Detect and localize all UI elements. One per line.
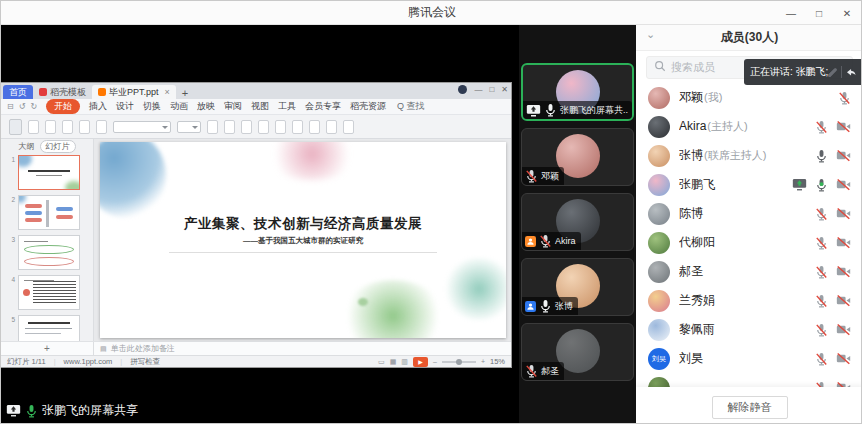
ribbon-tool-icon[interactable] bbox=[275, 120, 286, 134]
ribbon-tool-icon[interactable] bbox=[62, 120, 73, 134]
member-row[interactable]: 代柳阳 bbox=[636, 228, 862, 257]
member-row[interactable]: 黎佩雨 bbox=[636, 315, 862, 344]
ribbon-tool-icon[interactable] bbox=[96, 120, 107, 134]
slide-thumbnail[interactable] bbox=[18, 155, 80, 190]
member-row[interactable]: 邓颖(我) bbox=[636, 83, 862, 112]
member-row[interactable]: 陈博 bbox=[636, 199, 862, 228]
menu-0[interactable]: 开始 bbox=[46, 99, 80, 114]
member-avatar bbox=[648, 116, 670, 138]
wps-close-icon[interactable]: ✕ bbox=[501, 85, 508, 94]
zoom-in-icon[interactable]: + bbox=[481, 358, 485, 365]
slide-canvas[interactable]: 产业集聚、技术创新与经济高质量发展 ——基于我国五大城市群的实证研究 bbox=[94, 139, 511, 341]
slide-thumbnail[interactable] bbox=[18, 235, 80, 270]
menu-10[interactable]: 稻壳资源 bbox=[350, 100, 386, 113]
menu-2[interactable]: 设计 bbox=[116, 100, 134, 113]
blurred-name bbox=[828, 67, 838, 77]
ribbon-tool-icon[interactable] bbox=[292, 120, 303, 134]
menu-1[interactable]: 插入 bbox=[89, 100, 107, 113]
member-status-icons bbox=[815, 352, 851, 366]
member-row[interactable]: 张博(联席主持人) bbox=[636, 141, 862, 170]
slide-thumb-row: 4 bbox=[5, 275, 93, 310]
zoom-slider-knob[interactable] bbox=[456, 359, 462, 365]
tab-slides[interactable]: 幻灯片 bbox=[40, 140, 76, 153]
mic-muted-icon bbox=[815, 323, 828, 337]
find-menu[interactable]: Q 查找 bbox=[397, 100, 425, 113]
menu-7[interactable]: 视图 bbox=[251, 100, 269, 113]
paste-button[interactable] bbox=[9, 119, 22, 135]
wps-home-tab[interactable]: 首页 bbox=[3, 85, 33, 99]
zoom-slider[interactable] bbox=[442, 361, 476, 363]
tab-outline[interactable]: 大纲 bbox=[19, 141, 35, 152]
menu-9[interactable]: 会员专享 bbox=[305, 100, 341, 113]
slide-thumb-row: 3 bbox=[5, 235, 93, 270]
font-name-box[interactable] bbox=[113, 121, 171, 133]
ribbon-tool-icon[interactable] bbox=[224, 120, 235, 134]
unmute-button[interactable]: 解除静音 bbox=[712, 396, 788, 419]
member-avatar bbox=[648, 145, 670, 167]
ribbon-tool-icon[interactable] bbox=[343, 120, 354, 134]
video-tile[interactable]: 张博 bbox=[521, 258, 634, 316]
screen-share-white-icon bbox=[526, 104, 541, 117]
member-name: 黎佩雨 bbox=[679, 321, 806, 338]
ribbon-tool-icon[interactable] bbox=[45, 120, 56, 134]
ribbon-tool-icon[interactable] bbox=[207, 120, 218, 134]
slideshow-play-button[interactable]: ▶ bbox=[413, 357, 428, 367]
ribbon-tool-icon[interactable] bbox=[258, 120, 269, 134]
add-slide-button[interactable]: + bbox=[1, 342, 94, 355]
save-icon[interactable]: ⊟ bbox=[7, 102, 14, 111]
notes-bar[interactable]: ▤ 单击此处添加备注 bbox=[94, 342, 511, 355]
screen-share-icon bbox=[792, 178, 807, 191]
redo-icon[interactable]: ↻ bbox=[30, 102, 37, 111]
slide-thumbnail[interactable] bbox=[18, 275, 80, 310]
member-status-icons bbox=[815, 323, 851, 337]
video-tile[interactable]: Akira bbox=[521, 193, 634, 251]
member-avatar bbox=[648, 203, 670, 225]
menu-5[interactable]: 放映 bbox=[197, 100, 215, 113]
normal-view-icon[interactable]: ▭ bbox=[378, 358, 385, 366]
wps-maximize-icon[interactable]: □ bbox=[489, 85, 494, 94]
ribbon-tool-icon[interactable] bbox=[28, 120, 39, 134]
grid-view-icon[interactable]: ▦ bbox=[390, 358, 397, 366]
member-row[interactable]: 兰秀娟 bbox=[636, 286, 862, 315]
video-tile[interactable]: 张鹏飞的屏幕共.. bbox=[521, 63, 634, 121]
wps-document-tab[interactable]: 毕业PPT.ppt× bbox=[92, 85, 176, 99]
close-tab-icon[interactable]: × bbox=[165, 87, 170, 97]
watercolor-teal-decoration bbox=[444, 258, 506, 320]
ribbon-tool-icon[interactable] bbox=[309, 120, 320, 134]
tile-label: 邓颖 bbox=[522, 167, 564, 185]
zoom-out-icon[interactable]: – bbox=[433, 358, 437, 365]
slide-number: 3 bbox=[5, 235, 15, 270]
tile-label: Akira bbox=[522, 232, 581, 250]
menu-8[interactable]: 工具 bbox=[278, 100, 296, 113]
menu-4[interactable]: 动画 bbox=[170, 100, 188, 113]
slide-thumbnail[interactable] bbox=[18, 195, 80, 230]
slide-thumbnail[interactable] bbox=[18, 315, 80, 341]
menu-6[interactable]: 审阅 bbox=[224, 100, 242, 113]
video-tile[interactable]: 郝圣 bbox=[521, 323, 634, 381]
video-tile[interactable]: 邓颖 bbox=[521, 128, 634, 186]
mic-active-icon bbox=[815, 178, 828, 192]
ribbon-tool-icon[interactable] bbox=[79, 120, 90, 134]
chevron-down-icon[interactable]: ⌄ bbox=[646, 28, 655, 41]
close-icon[interactable]: ✕ bbox=[833, 1, 861, 25]
member-row[interactable]: Akira(主持人) bbox=[636, 112, 862, 141]
reading-view-icon[interactable]: ▥ bbox=[401, 358, 408, 366]
maximize-icon[interactable]: □ bbox=[805, 1, 833, 25]
member-row[interactable]: 郝圣 bbox=[636, 257, 862, 286]
member-row[interactable]: 刘昊刘昊 bbox=[636, 344, 862, 373]
member-row[interactable] bbox=[636, 373, 862, 387]
new-tab-icon[interactable]: + bbox=[176, 87, 194, 99]
font-size-box[interactable] bbox=[177, 121, 201, 133]
wps-account-avatar[interactable] bbox=[458, 85, 467, 94]
menu-3[interactable]: 切换 bbox=[143, 100, 161, 113]
ribbon-tool-icon[interactable] bbox=[241, 120, 252, 134]
wps-docer-tab[interactable]: 稻壳模板 bbox=[33, 85, 92, 99]
tile-name: 邓颖 bbox=[541, 170, 559, 183]
members-title: 成员(30人) bbox=[721, 29, 778, 46]
member-row[interactable]: 张鹏飞 bbox=[636, 170, 862, 199]
ribbon-tool-icon[interactable] bbox=[326, 120, 337, 134]
back-arrow-icon[interactable] bbox=[846, 63, 857, 81]
wps-minimize-icon[interactable]: — bbox=[474, 85, 482, 94]
undo-icon[interactable]: ↺ bbox=[19, 102, 26, 111]
minimize-icon[interactable]: — bbox=[777, 1, 805, 25]
